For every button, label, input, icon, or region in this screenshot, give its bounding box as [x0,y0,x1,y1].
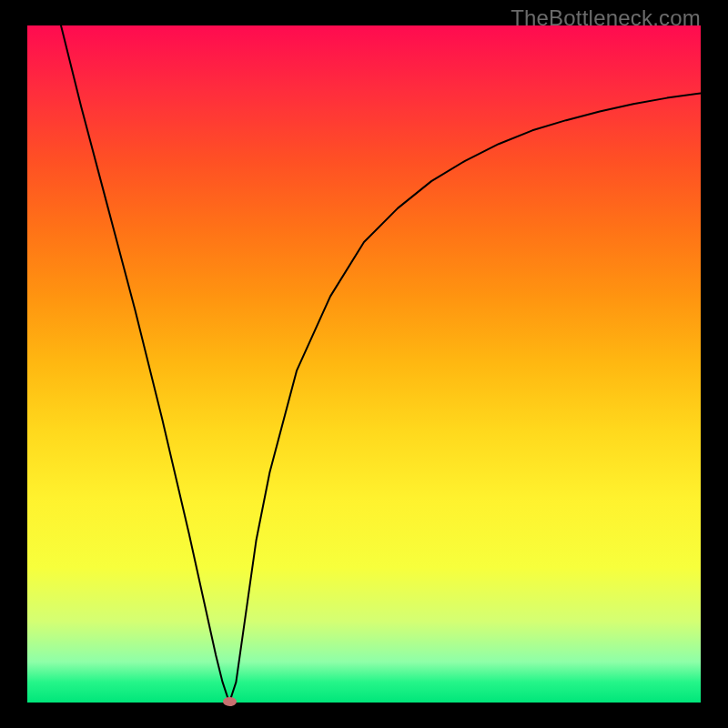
plot-area [27,25,701,703]
minimum-marker [223,697,237,706]
bottleneck-curve [61,25,701,703]
curve-svg [27,25,701,703]
chart-container: TheBottleneck.com [0,0,728,728]
